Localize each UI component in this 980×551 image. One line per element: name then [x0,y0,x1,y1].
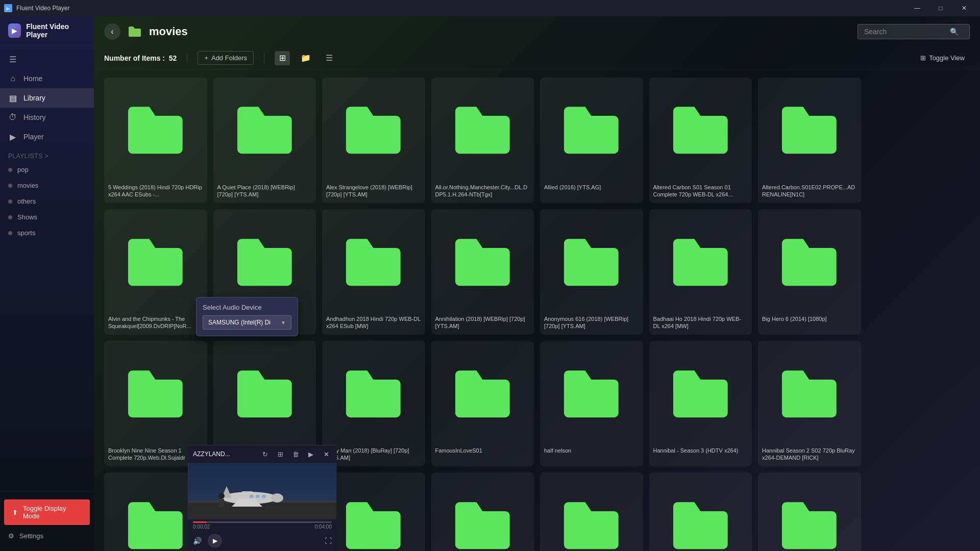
grid-item-quiet-place[interactable]: A Quiet Place (2018) [WEBRip] [720p] [YT… [213,78,316,203]
settings-button[interactable]: ⚙ Settings [0,527,94,545]
folder-thumbnail [540,209,643,312]
playlist-dot [8,231,12,235]
grid-item-andhadhun[interactable]: Andhadhun 2018 Hindi 720p WEB-DL x264 ES… [322,209,425,335]
mini-player: AZZYLAND... ↻ ⊞ 🗑 ▶ ✕ [188,445,337,551]
grid-item-hannibal-s3[interactable]: Hannibal - Season 3 (HDTV x264) [649,341,752,466]
grid-view-button[interactable]: ⊞ [275,448,286,460]
audio-device-popup: Select Audio Device SAMSUNG (Intel(R) Di… [196,297,298,336]
back-button[interactable]: ‹ [104,23,120,40]
grid-item-on-body-soul[interactable]: On Body And Soul (2017) [BluRay] [720p] … [431,472,534,551]
sidebar-item-label: Library [23,94,45,102]
grid-item-altered-carbon-s1[interactable]: Altered Carbon S01 Season 01 Complete 72… [649,78,752,203]
grid-icon: ⊞ [920,54,926,62]
folder-thumbnail [431,341,534,444]
history-icon: ⏱ [8,113,17,122]
svg-rect-8 [250,495,254,498]
add-icon: + [204,54,208,62]
grid-item-manchester[interactable]: All.or.Nothing.Manchester.City...DL.DDP5… [431,78,534,203]
grid-item-allied[interactable]: Allied (2016) [YTS.AG] [540,78,643,203]
view-grid-button[interactable]: ⊞ [275,51,290,65]
maximize-button[interactable]: □ [929,0,952,16]
app-logo: ▶ [8,23,21,38]
add-folders-button[interactable]: + Add Folders [198,51,254,65]
sidebar: ▶ Fluent Video Player ☰ ⌂ Home ▤ Library… [0,16,94,551]
app-body: ▶ Fluent Video Player ☰ ⌂ Home ▤ Library… [0,16,980,551]
close-button[interactable]: ✕ [952,0,976,16]
minimize-button[interactable]: — [905,0,929,16]
grid-item-badhaai[interactable]: Badhaai Ho 2018 Hindi 720p WEB-DL x264 [… [649,209,752,335]
view-list-button[interactable]: ☰ [322,51,337,65]
view-folder-button[interactable]: 📁 [298,51,313,65]
search-icon[interactable]: 🔍 [950,28,959,36]
topbar-left: ‹ movies [104,23,188,40]
playlist-label: movies [17,182,38,189]
toolbar-separator [187,53,187,63]
repeat-button[interactable]: ↻ [259,448,271,460]
library-icon: ▤ [8,93,17,103]
current-time: 0:00:02 [193,524,210,530]
menu-icon: ☰ [8,55,17,64]
delete-button[interactable]: 🗑 [290,448,301,460]
sidebar-playlist-others[interactable]: others [0,193,94,209]
grid-item-path-blood[interactable]: Path Of Blood (2018) [WEBRip] [720p] [YT… [758,472,861,551]
titlebar-title: Fluent Video Player [16,5,70,12]
grid-item-hannibal-s2[interactable]: Hannibal Season 2 S02 720p BluRay x264-D… [758,341,861,466]
progress-bar[interactable] [193,521,332,523]
grid-item-anonymous[interactable]: Anonymous 616 (2018) [WEBRip] [720p] [YT… [540,209,643,335]
grid-item-early-man[interactable]: Early Man (2018) [BluRay] [720p] [YTS.AM… [322,341,425,466]
grid-item-annihilation[interactable]: Annihilation (2018) [WEBRip] [720p] [YTS… [431,209,534,335]
sidebar-playlist-pop[interactable]: pop [0,162,94,178]
sidebar-item-history[interactable]: ⏱ History [0,108,94,127]
sidebar-playlist-movies[interactable]: movies [0,178,94,193]
sidebar-item-label: Home [23,74,42,83]
toolbar: Number of Items : 52 + Add Folders ⊞ 📁 ☰… [94,47,980,69]
grid-item-famous-love[interactable]: FamousInLoveS01 [431,341,534,466]
grid-item-alex-strange[interactable]: Alex Strangelove (2018) [WEBRip] [720p] … [322,78,425,203]
grid-item-label: Alvin and the Chipmunks - The Squeakquel… [104,312,207,335]
sidebar-item-home[interactable]: ⌂ Home [0,69,94,88]
sidebar-playlist-shows[interactable]: Shows [0,209,94,225]
play-pause-button[interactable]: ▶ [208,534,222,548]
mini-close-button[interactable]: ✕ [321,448,332,460]
grid-item-label: half nelson [540,444,643,459]
sidebar-header: ▶ Fluent Video Player [0,16,94,45]
app-icon: ▶ [4,4,12,12]
grid-item-bighero6[interactable]: Big Hero 6 (2014) [1080p] [758,209,861,335]
grid-item-label: Altered Carbon S01 Season 01 Complete 72… [649,181,752,204]
toggle-display-mode-button[interactable]: ⬆ Toggle Display Mode [4,499,90,525]
folder-thumbnail [649,341,752,444]
grid-item-label: Hannibal Season 2 S02 720p BluRay x264-D… [758,444,861,467]
mini-play-button[interactable]: ▶ [305,448,316,460]
titlebar-left: ▶ Fluent Video Player [4,4,70,12]
grid-item-label: Anonymous 616 (2018) [WEBRip] [720p] [YT… [540,312,643,335]
settings-label: Settings [19,532,43,540]
sidebar-item-library[interactable]: ▤ Library [0,88,94,108]
folder-thumbnail [104,78,207,181]
volume-button[interactable]: 🔊 [193,537,202,545]
folder-thumbnail [213,78,316,181]
grid-item-5-weddings[interactable]: 5 Weddings (2018) Hindi 720p HDRip x264 … [104,78,207,203]
sidebar-menu-toggle[interactable]: ☰ [0,49,94,69]
grid-item-alvin-squeakquel[interactable]: Alvin and the Chipmunks - The Squeakquel… [104,209,207,335]
search-input[interactable] [864,28,946,36]
grid-item-label: Badhaai Ho 2018 Hindi 720p WEB-DL x264 [… [649,312,752,335]
fullscreen-button[interactable]: ⛶ [325,537,332,545]
grid-item-one-who-flew[interactable]: one who flew [540,472,643,551]
grid-item-label: Early Man (2018) [BluRay] [720p] [YTS.AM… [322,444,425,467]
playlist-dot [8,168,12,172]
playlist-dot [8,184,12,188]
grid-item-label: Alex Strangelove (2018) [WEBRip] [720p] … [322,181,425,204]
grid-item-half-nelson[interactable]: half nelson [540,341,643,466]
sidebar-playlist-sports[interactable]: sports [0,225,94,241]
folder-thumbnail [540,341,643,444]
folder-thumbnail [758,472,861,551]
audio-device-select[interactable]: SAMSUNG (Intel(R) Di ▼ [203,315,291,330]
grid-item-daredevil[interactable]: Marvels.Daredevil.Season.3.S0...DLx265-H… [322,472,425,551]
folder-thumbnail [322,78,425,181]
grid-item-altered-carbon-e2[interactable]: Altered.Carbon.S01E02.PROPE...ADRENALINE… [758,78,861,203]
search-box[interactable]: 🔍 [857,24,970,39]
grid-item-pans-lab[interactable]: pans labrynth [649,472,752,551]
toggle-view-button[interactable]: ⊞ Toggle View [915,52,970,64]
folder-thumbnail [540,472,643,551]
sidebar-item-player[interactable]: ▶ Player [0,127,94,146]
